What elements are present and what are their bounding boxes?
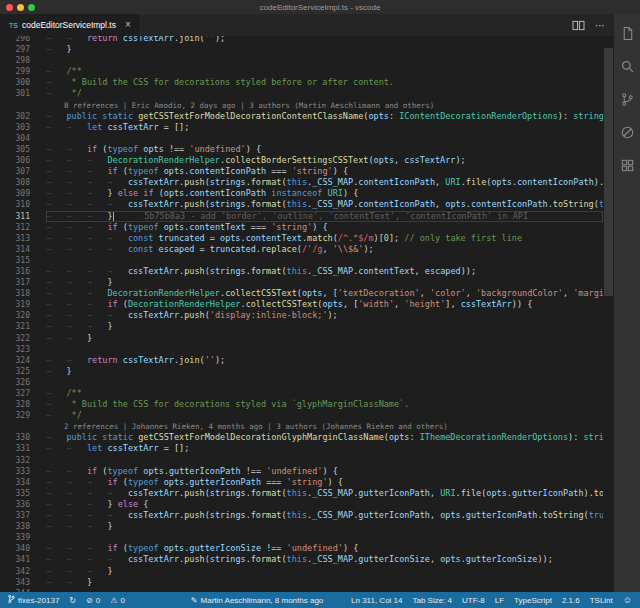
vertical-scrollbar[interactable] [603,36,614,592]
code-line-334[interactable]: 334→→→if (typeof opts.gutterIconPath ===… [0,477,603,488]
code-line-308[interactable]: 308→→→→cssTextArr.push(strings.format(th… [0,177,603,188]
code-line-302[interactable]: 302→public static getCSSTextForModelDeco… [0,111,603,122]
line-number[interactable]: 308 [0,177,30,188]
line-number[interactable]: 312 [0,222,30,233]
line-number[interactable]: 299 [0,66,30,77]
code-line-310[interactable]: 310→→→→cssTextArr.push(strings.format(th… [0,199,603,210]
line-number[interactable]: 296 [0,36,30,44]
code-line-323[interactable]: 323 [0,344,603,355]
line-number[interactable]: 311 [0,211,30,222]
code-line-337[interactable]: 337→→→→cssTextArr.push(strings.format(th… [0,510,603,521]
line-number[interactable]: 322 [0,333,30,344]
code-line-297[interactable]: 297→} [0,44,603,55]
status-item[interactable]: Ln 311, Col 14 [351,596,402,605]
line-number[interactable]: 344 [0,588,30,592]
feedback-smiley-icon[interactable]: ☺ [623,595,632,605]
code-line-339[interactable]: 339 [0,532,603,543]
status-item-sync[interactable]: ↻ [69,596,76,605]
status-item[interactable]: UTF-8 [462,596,485,605]
code-line-314[interactable]: 314→→→→const escaped = truncated.replace… [0,244,603,255]
close-window-button[interactable] [6,4,13,11]
status-item-errors[interactable]: ⊘0 [86,596,100,605]
line-number[interactable]: 297 [0,44,30,55]
line-number[interactable]: 335 [0,488,30,499]
code-line-329[interactable]: 329→ */ [0,410,603,421]
line-number[interactable]: 321 [0,321,30,332]
line-number[interactable]: 306 [0,155,30,166]
line-number[interactable]: 315 [0,255,30,266]
activity-item-search[interactable] [614,50,640,83]
line-number[interactable]: 340 [0,543,30,554]
line-number[interactable]: 301 [0,88,30,99]
scrollbar-thumb[interactable] [604,48,613,296]
code-line-344[interactable]: 344 [0,588,603,592]
code-line-331[interactable]: 331→→let cssTextArr = []; [0,443,603,454]
line-number[interactable]: 338 [0,521,30,532]
code-line-322[interactable]: 322→→} [0,333,603,344]
code-line-336[interactable]: 336→→→} else { [0,499,603,510]
code-line-316[interactable]: 316→→→→cssTextArr.push(strings.format(th… [0,266,603,277]
code-line-341[interactable]: 341→→→→cssTextArr.push(strings.format(th… [0,554,603,565]
status-item[interactable]: TSLint [590,596,613,605]
code-line-328[interactable]: 328→ * Build the CSS for decorations sty… [0,399,603,410]
code-line-300[interactable]: 300→ * Build the CSS for decorations sty… [0,77,603,88]
code-line-304[interactable]: 304 [0,133,603,144]
status-item[interactable]: LF [495,596,504,605]
line-number[interactable]: 303 [0,122,30,133]
line-number[interactable]: 309 [0,188,30,199]
code-line-342[interactable]: 342→→→} [0,566,603,577]
line-number[interactable]: 319 [0,299,30,310]
line-number[interactable]: 339 [0,532,30,543]
code-line-311[interactable]: 311→→→}5b75b8a3 - add 'border', 'outline… [0,211,603,222]
tab-codeEditorServiceImpl[interactable]: TS codeEditorServiceImpl.ts × [0,14,141,36]
activity-item-debug[interactable] [614,116,640,149]
line-number[interactable]: 336 [0,499,30,510]
code-line-306[interactable]: 306→→→DecorationRenderHelper.collectBord… [0,155,603,166]
code-line-327[interactable]: 327→/** [0,388,603,399]
code-line-307[interactable]: 307→→→if (typeof opts.contentIconPath ==… [0,166,603,177]
code-line-315[interactable]: 315 [0,255,603,266]
line-number[interactable]: 325 [0,366,30,377]
activity-item-source-control[interactable] [614,83,640,116]
zoom-window-button[interactable] [28,4,35,11]
codelens-row[interactable]: 2 references | Johannes Rieken, 4 months… [0,421,603,432]
code-line-309[interactable]: 309→→→} else if (opts.contentIconPath in… [0,188,603,199]
line-number[interactable]: 316 [0,266,30,277]
line-number[interactable]: 320 [0,310,30,321]
line-number[interactable]: 330 [0,432,30,443]
code-line-324[interactable]: 324→→return cssTextArr.join(''); [0,355,603,366]
line-number[interactable]: 310 [0,199,30,210]
line-number[interactable]: 305 [0,144,30,155]
codelens-text[interactable]: 8 references | Eric Amodio, 2 days ago |… [46,101,434,110]
close-tab-icon[interactable]: × [125,20,131,30]
line-number[interactable]: 304 [0,133,30,144]
code-line-317[interactable]: 317→→→} [0,277,603,288]
line-number[interactable]: 298 [0,55,30,66]
line-number[interactable]: 324 [0,355,30,366]
status-item[interactable]: Tab Size: 4 [412,596,452,605]
code-line-338[interactable]: 338→→→} [0,521,603,532]
code-line-299[interactable]: 299→/** [0,66,603,77]
line-number[interactable]: 328 [0,399,30,410]
line-number[interactable]: 326 [0,377,30,388]
code-line-330[interactable]: 330→public static getCSSTextForModelDeco… [0,432,603,443]
line-number[interactable]: 331 [0,443,30,454]
minimize-window-button[interactable] [17,4,24,11]
code-line-321[interactable]: 321→→→} [0,321,603,332]
status-item-branch[interactable]: fixes-20137 [8,594,59,606]
line-number[interactable]: 342 [0,566,30,577]
line-number[interactable]: 318 [0,288,30,299]
status-item-warnings[interactable]: ⚠0 [110,596,125,605]
code-line-340[interactable]: 340→→→if (typeof opts.gutterIconSize !==… [0,543,603,554]
code-line-333[interactable]: 333→→if (typeof opts.gutterIconPath !== … [0,466,603,477]
code-line-296[interactable]: 296→→return cssTextArr.join(''); [0,36,603,44]
line-number[interactable]: 333 [0,466,30,477]
code-line-312[interactable]: 312→→→if (typeof opts.contentText === 's… [0,222,603,233]
line-number[interactable]: 300 [0,77,30,88]
line-number[interactable]: 327 [0,388,30,399]
code-line-298[interactable]: 298 [0,55,603,66]
status-item[interactable]: TypeScript [514,596,552,605]
activity-item-explorer[interactable] [614,17,640,50]
code-line-313[interactable]: 313→→→→const truncated = opts.contentTex… [0,233,603,244]
code-line-343[interactable]: 343→→} [0,577,603,588]
